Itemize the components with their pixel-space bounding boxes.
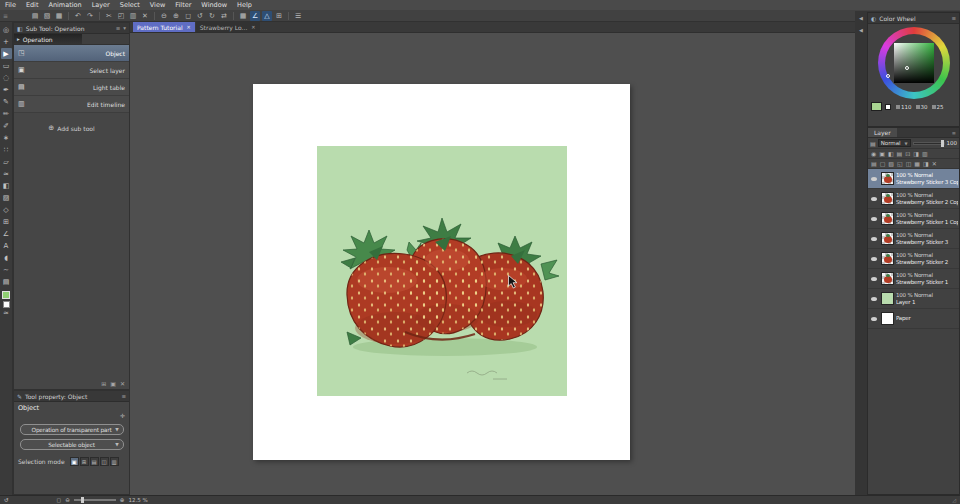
layer-row[interactable]: 100 % NormalStrawberry Sticker 1 — [868, 269, 959, 289]
zoom-in-icon[interactable]: ⊕ — [171, 11, 181, 21]
ruler-tool-icon[interactable]: ∠ — [1, 228, 12, 239]
fill-tool-icon[interactable]: ◧ — [1, 180, 12, 191]
move-tool-icon[interactable]: + — [1, 36, 12, 47]
flip-horizontal-icon[interactable]: ⇄ — [219, 11, 229, 21]
paste-icon[interactable]: ▥ — [128, 11, 138, 21]
new-folder-icon[interactable]: ▧ — [888, 160, 894, 167]
layer-visibility-icon[interactable] — [871, 237, 877, 241]
panel-menu-icon[interactable]: ≡ — [116, 25, 121, 31]
zoom-slider-handle[interactable] — [81, 497, 84, 503]
eyedropper-tool-icon[interactable]: ✒ — [1, 84, 12, 95]
panel-menu-icon[interactable]: ≡ — [952, 130, 956, 136]
snap-to-grid-icon[interactable]: ⊞ — [274, 11, 284, 21]
eraser-tool-icon[interactable]: ▱ — [1, 156, 12, 167]
opacity-slider[interactable] — [913, 142, 945, 145]
apply-mask-icon[interactable]: ◨ — [923, 160, 929, 167]
subtool-item-select-layer[interactable]: ▣ Select layer — [14, 62, 129, 79]
layer-visibility-icon[interactable] — [871, 257, 877, 261]
merge-down-icon[interactable]: ◫ — [906, 160, 912, 167]
selection-mode-add-button[interactable]: ⊞ — [80, 457, 89, 466]
layer-visibility-icon[interactable] — [871, 177, 877, 181]
layer-row[interactable]: 100 % NormalStrawberry Sticker 3 Copy — [868, 169, 959, 189]
new-file-icon[interactable]: ▤ — [30, 11, 40, 21]
layer-visibility-icon[interactable] — [871, 317, 877, 321]
set-ruler-icon[interactable]: ⊡ — [905, 150, 910, 157]
current-color-chip[interactable] — [871, 102, 882, 111]
background-color-chip[interactable] — [3, 301, 10, 308]
new-subtool-icon[interactable]: ⊞ — [101, 380, 106, 387]
hue-value[interactable]: 110 — [901, 104, 912, 110]
zoom-slider[interactable] — [74, 499, 116, 501]
gradient-tool-icon[interactable]: ▨ — [1, 192, 12, 203]
snap-to-special-ruler-icon[interactable]: △ — [262, 11, 272, 21]
cut-icon[interactable]: ✂ — [104, 11, 114, 21]
fit-to-window-icon[interactable]: ◻ — [57, 497, 62, 503]
balloon-tool-icon[interactable]: ◖ — [1, 252, 12, 263]
hue-marker[interactable] — [886, 74, 890, 78]
main-menu-icon[interactable]: ☰ — [293, 11, 303, 21]
menu-file[interactable]: File — [5, 1, 16, 9]
close-tab-icon[interactable]: ✕ — [251, 24, 255, 30]
menu-help[interactable]: Help — [237, 1, 252, 9]
sv-marker[interactable] — [905, 66, 909, 70]
opacity-slider-handle[interactable] — [941, 140, 944, 147]
pencil-tool-icon[interactable]: ✏ — [1, 108, 12, 119]
layer-visibility-icon[interactable] — [871, 197, 877, 201]
figure-tool-icon[interactable]: ◇ — [1, 204, 12, 215]
open-file-icon[interactable]: ▧ — [42, 11, 52, 21]
layer-row[interactable]: 100 % NormalStrawberry Sticker 3 — [868, 229, 959, 249]
layer-color-icon[interactable]: ◨ — [913, 150, 919, 157]
menu-view[interactable]: View — [150, 1, 165, 9]
zoom-tool-icon[interactable]: ◎ — [1, 24, 12, 35]
marquee-tool-icon[interactable]: ▭ — [1, 60, 12, 71]
brightness-value[interactable]: 25 — [937, 104, 944, 110]
lock-layer-icon[interactable]: ▣ — [879, 150, 885, 157]
zoom-in-icon[interactable]: ⊕ — [120, 497, 125, 503]
airbrush-tool-icon[interactable]: ∗ — [1, 132, 12, 143]
close-tab-icon[interactable]: ✕ — [187, 24, 191, 30]
rotate-left-icon[interactable]: ↺ — [195, 11, 205, 21]
lasso-tool-icon[interactable]: ◌ — [1, 72, 12, 83]
panel-collapse-icon[interactable]: ▾ — [123, 25, 126, 31]
selection-mode-remove-button[interactable]: ▤ — [90, 457, 99, 466]
set-as-draft-icon[interactable]: ◉ — [871, 150, 876, 157]
delete-layer-icon[interactable]: ✕ — [932, 160, 937, 167]
wrench-icon[interactable]: ✛ — [120, 412, 125, 420]
redo-icon[interactable]: ↷ — [85, 11, 95, 21]
delete-icon[interactable]: ✕ — [140, 11, 150, 21]
fit-to-screen-icon[interactable]: ◻ — [183, 11, 193, 21]
create-mask-icon[interactable]: ▦ — [914, 160, 920, 167]
copy-icon[interactable]: ◰ — [116, 11, 126, 21]
subtool-item-object[interactable]: ◳ Object — [14, 45, 129, 62]
light-table-tool-icon[interactable]: ▤ — [1, 276, 12, 287]
saturation-value[interactable]: 30 — [921, 104, 928, 110]
menu-filter[interactable]: Filter — [175, 1, 191, 9]
two-pane-icon[interactable]: ▥ — [922, 150, 928, 157]
panel-menu-icon[interactable]: ≡ — [951, 15, 956, 21]
layer-row[interactable]: 100 % NormalLayer 1 — [868, 289, 959, 309]
navigator-icon[interactable]: ↺ — [4, 497, 9, 503]
pen-tool-icon[interactable]: ✎ — [1, 96, 12, 107]
brush-tool-icon[interactable]: ✐ — [1, 120, 12, 131]
layer-row[interactable]: 100 % NormalStrawberry Sticker 2 — [868, 249, 959, 269]
layer-row[interactable]: 100 % NormalStrawberry Sticker 1 Copy — [868, 209, 959, 229]
menu-animation[interactable]: Animation — [48, 1, 81, 9]
collapse-dock-icon[interactable]: ◀ — [859, 15, 863, 21]
opacity-value[interactable]: 100 — [947, 140, 958, 146]
add-subtool-button[interactable]: ⊕ Add sub tool — [14, 124, 129, 132]
selection-mode-extra-button[interactable]: ▥ — [110, 457, 119, 466]
document-page[interactable] — [253, 84, 630, 460]
selectable-object-dropdown[interactable]: Selectable object ▼ — [20, 439, 124, 450]
menu-layer[interactable]: Layer — [92, 1, 110, 9]
layer-visibility-icon[interactable] — [871, 297, 877, 301]
blend-mode-select[interactable]: Normal ▼ — [878, 139, 911, 147]
saturation-value-square[interactable] — [894, 43, 934, 83]
enable-mask-icon[interactable]: ▤ — [897, 150, 903, 157]
rotate-right-icon[interactable]: ↻ — [207, 11, 217, 21]
text-tool-icon[interactable]: A — [1, 240, 12, 251]
subtool-item-light-table[interactable]: ▤ Light table — [14, 79, 129, 96]
blend-tool-icon[interactable]: ≈ — [1, 168, 12, 179]
save-icon[interactable]: ▦ — [54, 11, 64, 21]
collapse-panel-icon[interactable]: ◀ — [859, 27, 863, 33]
tab-strawberry-logo[interactable]: Strawberry Lo... ✕ — [196, 22, 260, 32]
